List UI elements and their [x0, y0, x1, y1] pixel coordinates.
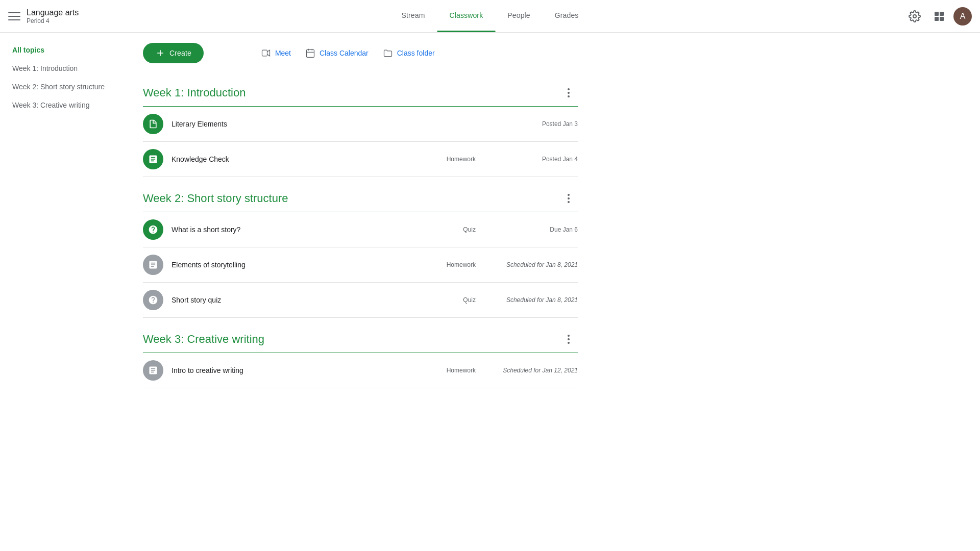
tab-stream[interactable]: Stream — [389, 0, 437, 32]
assignment-literary-elements[interactable]: Literary Elements Posted Jan 3 — [143, 107, 578, 142]
assignment-name-short-story-quiz: Short story quiz — [172, 296, 435, 304]
svg-rect-1 — [262, 50, 267, 56]
more-dots-icon — [568, 88, 570, 97]
assignment-gray-icon — [148, 260, 158, 270]
quiz-gray-icon — [148, 295, 158, 305]
section-week2: Week 2: Short story structure What is a … — [143, 177, 578, 318]
google-apps-button[interactable] — [929, 6, 949, 27]
assignment-date-literary-elements: Posted Jan 3 — [496, 120, 578, 128]
sidebar-item-week2[interactable]: Week 2: Short story structure — [0, 78, 122, 96]
assignment-date-elements-storytelling: Scheduled for Jan 8, 2021 — [496, 261, 578, 268]
section-header-week2: Week 2: Short story structure — [143, 177, 578, 212]
assignment-icon-knowledge-check — [143, 149, 163, 169]
sidebar-item-week1[interactable]: Week 1: Introduction — [0, 59, 122, 78]
section-header-week1: Week 1: Introduction — [143, 71, 578, 107]
section-week1: Week 1: Introduction Literary Elements P… — [143, 71, 578, 177]
assignment-type-intro-creative-writing: Homework — [435, 367, 476, 374]
section-title-week1: Week 1: Introduction — [143, 86, 246, 99]
class-calendar-button[interactable]: Class Calendar — [305, 48, 369, 58]
main-layout: All topics Week 1: Introduction Week 2: … — [0, 33, 980, 551]
assignment-name-intro-creative-writing: Intro to creative writing — [172, 366, 435, 374]
svg-point-0 — [913, 15, 916, 18]
assignment-icon — [148, 154, 158, 164]
assignment-gray-icon-2 — [148, 365, 158, 375]
svg-rect-2 — [307, 49, 314, 57]
assignment-short-story-quiz[interactable]: Short story quiz Quiz Scheduled for Jan … — [143, 283, 578, 318]
header-left: Language arts Period 4 — [8, 8, 131, 24]
assignment-type-short-story-quiz: Quiz — [435, 296, 476, 304]
assignment-name-literary-elements: Literary Elements — [172, 120, 435, 128]
assignment-name-elements-storytelling: Elements of storytelling — [172, 261, 435, 269]
assignment-type-short-story: Quiz — [435, 226, 476, 233]
plus-icon — [155, 48, 165, 58]
more-dots-icon-week2 — [568, 194, 570, 203]
menu-icon[interactable] — [8, 10, 20, 22]
assignment-icon-intro-creative-writing — [143, 360, 163, 381]
more-dots-icon-week3 — [568, 335, 570, 344]
header: Language arts Period 4 Stream Classwork … — [0, 0, 980, 33]
assignment-icon-literary-elements — [143, 114, 163, 134]
settings-button[interactable] — [904, 6, 925, 27]
assignment-elements-storytelling[interactable]: Elements of storytelling Homework Schedu… — [143, 247, 578, 283]
assignment-date-short-story-quiz: Scheduled for Jan 8, 2021 — [496, 296, 578, 304]
app-subtitle: Period 4 — [27, 17, 79, 24]
app-info: Language arts Period 4 — [27, 8, 79, 24]
assignment-icon-short-story — [143, 219, 163, 240]
section-more-week1[interactable] — [559, 84, 578, 102]
toolbar-actions: Meet Class Calendar Class folder — [261, 48, 435, 58]
assignment-intro-creative-writing[interactable]: Intro to creative writing Homework Sched… — [143, 353, 578, 388]
sidebar: All topics Week 1: Introduction Week 2: … — [0, 33, 131, 551]
section-week3: Week 3: Creative writing Intro to creati… — [143, 318, 578, 388]
app-title: Language arts — [27, 8, 79, 17]
avatar[interactable]: A — [953, 7, 972, 26]
section-more-week3[interactable] — [559, 330, 578, 348]
meet-icon — [261, 48, 271, 58]
assignment-icon-short-story-quiz — [143, 290, 163, 310]
section-title-week2: Week 2: Short story structure — [143, 192, 288, 205]
assignment-type-elements-storytelling: Homework — [435, 261, 476, 268]
quiz-icon — [148, 224, 158, 235]
tab-grades[interactable]: Grades — [543, 0, 591, 32]
assignment-date-intro-creative-writing: Scheduled for Jan 12, 2021 — [496, 367, 578, 374]
folder-icon — [383, 48, 393, 58]
assignment-name-short-story: What is a short story? — [172, 226, 435, 234]
calendar-icon — [305, 48, 315, 58]
assignment-icon-elements-storytelling — [143, 255, 163, 275]
sidebar-item-all-topics[interactable]: All topics — [0, 41, 122, 59]
header-right: A — [904, 6, 972, 27]
material-icon — [148, 119, 158, 129]
assignment-date-knowledge-check: Posted Jan 4 — [496, 156, 578, 163]
sidebar-item-week3[interactable]: Week 3: Creative writing — [0, 96, 122, 114]
class-folder-button[interactable]: Class folder — [383, 48, 435, 58]
create-button[interactable]: Create — [143, 43, 204, 63]
section-more-week2[interactable] — [559, 189, 578, 208]
toolbar: Create Meet Class — [143, 33, 578, 71]
header-nav: Stream Classwork People Grades — [389, 0, 591, 32]
section-title-week3: Week 3: Creative writing — [143, 333, 264, 346]
assignment-date-short-story: Due Jan 6 — [496, 226, 578, 233]
grid-icon — [935, 12, 944, 21]
meet-button[interactable]: Meet — [261, 48, 291, 58]
assignment-name-knowledge-check: Knowledge Check — [172, 155, 435, 163]
assignment-type-knowledge-check: Homework — [435, 156, 476, 163]
main-content: Create Meet Class — [131, 33, 590, 551]
tab-classwork[interactable]: Classwork — [437, 0, 495, 32]
tab-people[interactable]: People — [495, 0, 542, 32]
assignment-short-story[interactable]: What is a short story? Quiz Due Jan 6 — [143, 212, 578, 247]
assignment-knowledge-check[interactable]: Knowledge Check Homework Posted Jan 4 — [143, 142, 578, 177]
section-header-week3: Week 3: Creative writing — [143, 318, 578, 353]
